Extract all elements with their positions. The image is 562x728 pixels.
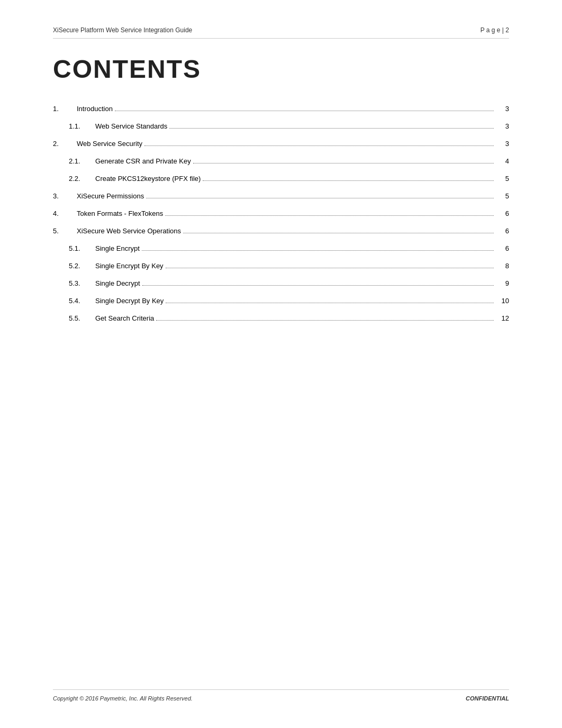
toc-item-number: 5.5. xyxy=(53,314,95,322)
toc-item-dots xyxy=(183,233,494,233)
toc-item-number: 2. xyxy=(53,140,77,148)
toc-item-dots xyxy=(203,180,494,181)
toc-item-number: 1. xyxy=(53,105,77,113)
footer-copyright: Copyright © 2016 Paymetric, Inc. All Rig… xyxy=(53,695,193,702)
toc-item-dots xyxy=(166,303,494,303)
toc-item-dots xyxy=(156,320,494,321)
toc-item-dots xyxy=(142,285,494,286)
toc-item: 1.1.Web Service Standards3 xyxy=(53,122,509,130)
toc-item: 5.1.Single Encrypt6 xyxy=(53,244,509,252)
toc-item-label: Single Encrypt By Key xyxy=(95,262,164,270)
toc-item-number: 5.3. xyxy=(53,279,95,287)
toc-item-number: 4. xyxy=(53,210,77,217)
toc-item-label: XiSecure Permissions xyxy=(77,192,144,200)
toc-item-page: 3 xyxy=(496,140,509,148)
toc-item: 5.3.Single Decrypt9 xyxy=(53,279,509,287)
toc-item: 5.XiSecure Web Service Operations6 xyxy=(53,227,509,235)
toc-item-dots xyxy=(146,198,494,198)
page-header: XiSecure Platform Web Service Integratio… xyxy=(53,26,509,39)
toc-item-label: Introduction xyxy=(77,105,113,113)
toc-item-number: 1.1. xyxy=(53,122,95,130)
header-title: XiSecure Platform Web Service Integratio… xyxy=(53,26,192,34)
toc-item-label: XiSecure Web Service Operations xyxy=(77,227,181,235)
toc-item-page: 6 xyxy=(496,210,509,217)
toc-item-page: 6 xyxy=(496,244,509,252)
footer-confidential: CONFIDENTIAL xyxy=(466,695,509,702)
header-page-number: P a g e | 2 xyxy=(481,26,509,34)
toc-item-number: 2.2. xyxy=(53,175,95,183)
toc-item-number: 5. xyxy=(53,227,77,235)
toc-item-label: Web Service Security xyxy=(77,140,142,148)
toc-item-page: 5 xyxy=(496,192,509,200)
toc-item-label: Get Search Criteria xyxy=(95,314,154,322)
toc-item-page: 12 xyxy=(496,314,509,322)
toc-item-number: 5.1. xyxy=(53,244,95,252)
toc-item-dots xyxy=(142,250,494,251)
toc-item: 2.2.Create PKCS12keystore (PFX file)5 xyxy=(53,175,509,183)
toc-item-dots xyxy=(166,268,494,268)
toc-item: 3.XiSecure Permissions5 xyxy=(53,192,509,200)
toc-item-page: 4 xyxy=(496,157,509,165)
toc-item-label: Token Formats - FlexTokens xyxy=(77,210,163,217)
page-footer: Copyright © 2016 Paymetric, Inc. All Rig… xyxy=(53,689,509,702)
toc-item-page: 5 xyxy=(496,175,509,183)
toc-item: 5.2.Single Encrypt By Key8 xyxy=(53,262,509,270)
toc-item: 4.Token Formats - FlexTokens6 xyxy=(53,210,509,217)
toc-item-dots xyxy=(115,111,494,111)
toc-item: 5.4.Single Decrypt By Key10 xyxy=(53,297,509,305)
toc-item-label: Create PKCS12keystore (PFX file) xyxy=(95,175,201,183)
toc-item: 5.5.Get Search Criteria12 xyxy=(53,314,509,322)
toc-item-dots xyxy=(193,163,494,163)
page: XiSecure Platform Web Service Integratio… xyxy=(0,0,562,728)
toc-item-label: Single Decrypt By Key xyxy=(95,297,164,305)
toc-item-number: 5.2. xyxy=(53,262,95,270)
toc-item-label: Single Decrypt xyxy=(95,279,140,287)
toc-item-page: 10 xyxy=(496,297,509,305)
toc-item-page: 8 xyxy=(496,262,509,270)
toc-item: 2.1.Generate CSR and Private Key4 xyxy=(53,157,509,165)
toc-item-page: 3 xyxy=(496,105,509,113)
toc-item-dots xyxy=(144,145,494,146)
toc-item-dots xyxy=(169,128,494,129)
toc-item-page: 6 xyxy=(496,227,509,235)
toc-item-label: Generate CSR and Private Key xyxy=(95,157,191,165)
page-title: CONTENTS xyxy=(53,54,509,84)
toc-item-number: 3. xyxy=(53,192,77,200)
table-of-contents: 1.Introduction31.1.Web Service Standards… xyxy=(53,105,509,322)
toc-item-label: Single Encrypt xyxy=(95,244,140,252)
toc-item: 1.Introduction3 xyxy=(53,105,509,113)
toc-item-label: Web Service Standards xyxy=(95,122,167,130)
toc-item-number: 5.4. xyxy=(53,297,95,305)
toc-item: 2.Web Service Security3 xyxy=(53,140,509,148)
toc-item-page: 9 xyxy=(496,279,509,287)
toc-item-dots xyxy=(165,215,494,216)
toc-item-page: 3 xyxy=(496,122,509,130)
toc-item-number: 2.1. xyxy=(53,157,95,165)
